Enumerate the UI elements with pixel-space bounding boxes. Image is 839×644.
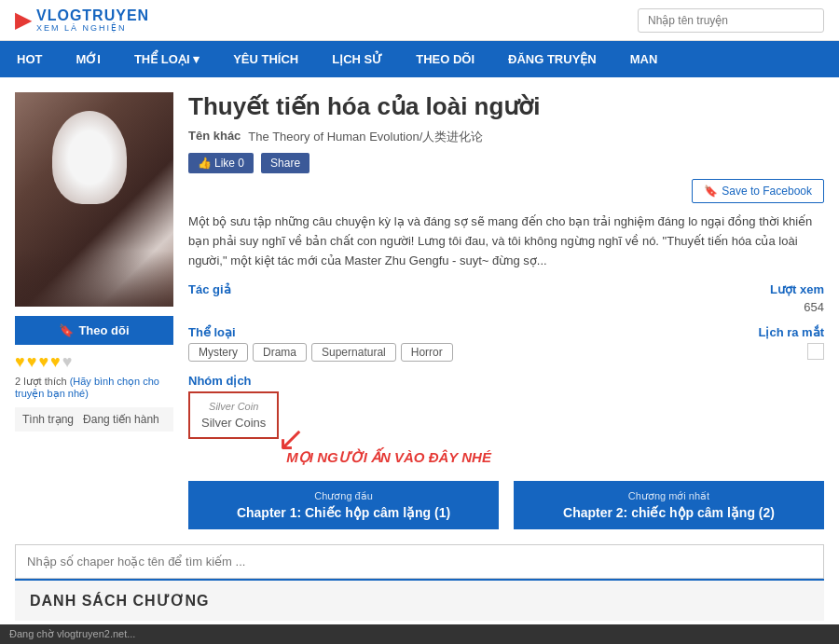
heart-2[interactable]: ♥ xyxy=(27,352,37,372)
manga-title: Thuyết tiến hóa của loài người xyxy=(188,92,824,121)
fb-like-label: Like 0 xyxy=(214,157,244,170)
arrow-annotation: ↙ MỌI NGƯỜI ẤN VÀO ĐÂY NHÉ xyxy=(286,391,491,466)
save-fb-row: 🔖 Save to Facebook xyxy=(188,179,824,203)
search-input[interactable] xyxy=(638,8,824,33)
alt-name-value: The Theory of Human Evolution/人类进化论 xyxy=(248,129,483,145)
logo-area: ▶ VLOGTRUYEN XEM LÀ NGHIỆN xyxy=(15,7,149,33)
manga-detail: 🔖 Theo dõi ♥ ♥ ♥ ♥ ♥ 2 lượt thích (Hãy b… xyxy=(15,92,824,528)
follow-label: Theo dõi xyxy=(78,323,129,337)
arrow-text: MỌI NGƯỜI ẤN VÀO ĐÂY NHÉ xyxy=(286,449,491,466)
heart-1[interactable]: ♥ xyxy=(15,352,25,372)
genre-tag-1[interactable]: Drama xyxy=(253,343,307,362)
chapter-latest-name: Chapter 2: chiếc hộp câm lặng (2) xyxy=(523,505,815,520)
bookmark-fb-icon: 🔖 xyxy=(704,185,718,198)
logo-sub: XEM LÀ NGHIỆN xyxy=(36,24,149,34)
thumbs-up-icon: 👍 xyxy=(198,157,212,170)
genre-tags: Mystery Drama Supernatural Horror xyxy=(188,343,506,362)
hearts-row: ♥ ♥ ♥ ♥ ♥ xyxy=(15,352,173,372)
save-fb-label: Save to Facebook xyxy=(722,185,812,198)
heart-4[interactable]: ♥ xyxy=(50,352,61,372)
follow-button[interactable]: 🔖 Theo dõi xyxy=(15,316,173,345)
group-dich-area: Silver Coin Silver Coins ↙ MỌI NGƯỜI ẤN … xyxy=(188,391,506,466)
views-label: Lượt xem xyxy=(506,282,824,296)
calendar-icon xyxy=(807,343,824,360)
genre-label: Thể loại xyxy=(188,325,506,339)
logo-text: VLOGTRUYEN XEM LÀ NGHIỆN xyxy=(36,7,149,33)
logo-main: VLOGTRUYEN xyxy=(36,7,149,24)
nav-item-man[interactable]: MAN xyxy=(613,41,675,77)
chapter-first-name: Chapter 1: Chiếc hộp câm lặng (1) xyxy=(198,505,489,520)
manga-cover-image xyxy=(15,92,173,307)
nav-item-theo-doi[interactable]: THEO DÕI xyxy=(399,41,491,77)
nav-bar: HOT MỚI THỂ LOẠI ▾ YÊU THÍCH LỊCH SỬ THE… xyxy=(0,41,839,77)
release-label: Lịch ra mắt xyxy=(506,325,824,339)
nav-item-hot[interactable]: HOT xyxy=(0,41,59,77)
chapter-list-header: DANH SÁCH CHƯƠNG xyxy=(15,579,824,621)
silver-coin-name: Silver Coins xyxy=(201,416,266,430)
save-to-facebook-button[interactable]: 🔖 Save to Facebook xyxy=(692,179,824,203)
manga-cover-area: 🔖 Theo dõi ♥ ♥ ♥ ♥ ♥ 2 lượt thích (Hãy b… xyxy=(15,92,173,528)
status-bar-text: Đang chờ vlogtruyen2.net... xyxy=(9,628,135,639)
search-chapter-input[interactable] xyxy=(15,544,824,579)
chapter-latest-box[interactable]: Chương mới nhất Chapter 2: chiếc hộp câm… xyxy=(514,481,824,529)
author-meta: Tác giả xyxy=(188,282,506,314)
group-label: Nhóm dịch xyxy=(188,374,506,388)
nav-item-the-loai[interactable]: THỂ LOẠI ▾ xyxy=(117,41,216,77)
heart-3[interactable]: ♥ xyxy=(38,352,48,372)
nav-item-dang-truyen[interactable]: ĐĂNG TRUYỆN xyxy=(491,41,613,77)
likes-count: 2 lượt thích xyxy=(15,376,67,387)
nav-item-yeu-thich[interactable]: YÊU THÍCH xyxy=(216,41,315,77)
alt-name-label: Tên khác xyxy=(188,129,241,143)
silver-coin-box[interactable]: Silver Coin Silver Coins xyxy=(188,391,279,439)
heart-5[interactable]: ♥ xyxy=(62,352,73,372)
alt-name-row: Tên khác The Theory of Human Evolution/人… xyxy=(188,129,824,145)
silver-coin-italic: Silver Coin xyxy=(201,401,266,412)
genre-tag-0[interactable]: Mystery xyxy=(188,343,248,362)
genre-meta: Thể loại Mystery Drama Supernatural Horr… xyxy=(188,325,506,363)
release-value xyxy=(506,343,824,363)
genre-tag-3[interactable]: Horror xyxy=(401,343,453,362)
manga-description: Một bộ sưu tập những câu chuyện kỳ lạ và… xyxy=(188,212,824,270)
genre-tag-2[interactable]: Supernatural xyxy=(311,343,396,362)
fb-like-button[interactable]: 👍 Like 0 xyxy=(188,153,254,173)
status-label: Tình trạng xyxy=(22,413,74,426)
bookmark-icon: 🔖 xyxy=(59,323,74,337)
likes-text: 2 lượt thích (Hãy bình chọn cho truyện b… xyxy=(15,376,173,400)
nav-item-moi[interactable]: MỚI xyxy=(59,41,117,77)
chapters-row: Chương đầu Chapter 1: Chiếc hộp câm lặng… xyxy=(188,481,824,529)
author-label: Tác giả xyxy=(188,282,506,296)
status-row: Tình trạng Đang tiến hành xyxy=(15,407,173,432)
status-value: Đang tiến hành xyxy=(83,413,159,426)
group-meta: Nhóm dịch Silver Coin Silver Coins ↙ MỌI… xyxy=(188,374,506,466)
fb-actions-row: 👍 Like 0 Share xyxy=(188,153,824,173)
views-value: 654 xyxy=(506,300,824,314)
fb-share-button[interactable]: Share xyxy=(261,153,309,173)
logo-icon: ▶ xyxy=(15,8,31,33)
chapter-first-label: Chương đầu xyxy=(198,490,489,502)
release-meta: Lịch ra mắt xyxy=(506,325,824,363)
views-meta: Lượt xem 654 xyxy=(506,282,824,314)
nav-item-lich-su[interactable]: LỊCH SỬ xyxy=(315,41,399,77)
manga-info: Thuyết tiến hóa của loài người Tên khác … xyxy=(188,92,824,528)
status-bar: Đang chờ vlogtruyen2.net... xyxy=(0,624,839,644)
meta-grid: Tác giả Lượt xem 654 Thể loại Mystery Dr… xyxy=(188,282,824,466)
chapter-latest-label: Chương mới nhất xyxy=(523,490,815,502)
chapter-first-box[interactable]: Chương đầu Chapter 1: Chiếc hộp câm lặng… xyxy=(188,481,499,529)
main-content: 🔖 Theo dõi ♥ ♥ ♥ ♥ ♥ 2 lượt thích (Hãy b… xyxy=(0,77,839,644)
top-header: ▶ VLOGTRUYEN XEM LÀ NGHIỆN xyxy=(0,0,839,41)
